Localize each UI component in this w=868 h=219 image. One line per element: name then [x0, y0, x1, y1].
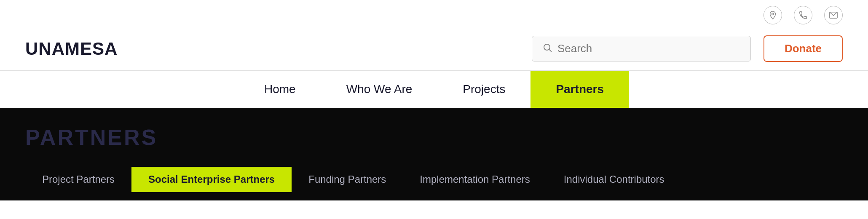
search-icon [542, 43, 552, 55]
sub-nav-funding-partners[interactable]: Funding Partners [292, 167, 403, 192]
site-header: UNAMESA Donate [0, 29, 868, 71]
svg-point-2 [544, 44, 550, 50]
nav-item-projects[interactable]: Projects [437, 71, 530, 108]
header-right: Donate [532, 35, 843, 62]
svg-line-3 [549, 49, 552, 52]
partners-sub-nav: Project Partners Social Enterprise Partn… [25, 163, 843, 192]
partners-section-title: PARTNERS [25, 125, 843, 163]
nav-item-who-we-are[interactable]: Who We Are [321, 71, 438, 108]
donate-button[interactable]: Donate [764, 35, 843, 62]
nav-item-home[interactable]: Home [239, 71, 321, 108]
sub-nav-social-enterprise-partners[interactable]: Social Enterprise Partners [131, 167, 292, 192]
sub-nav-individual-contributors[interactable]: Individual Contributors [547, 167, 681, 192]
sub-nav-project-partners[interactable]: Project Partners [25, 167, 131, 192]
nav-item-partners[interactable]: Partners [530, 71, 629, 108]
sub-nav-implementation-partners[interactable]: Implementation Partners [403, 167, 547, 192]
search-input[interactable] [557, 42, 740, 55]
site-logo[interactable]: UNAMESA [25, 39, 118, 59]
svg-point-0 [772, 13, 774, 15]
main-nav: Home Who We Are Projects Partners [0, 71, 868, 108]
phone-icon-button[interactable] [794, 6, 812, 24]
search-box[interactable] [532, 36, 751, 61]
top-utility-bar [0, 0, 868, 29]
email-icon-button[interactable] [824, 6, 843, 24]
partners-section: PARTNERS Project Partners Social Enterpr… [0, 108, 868, 200]
location-icon-button[interactable] [764, 6, 782, 24]
